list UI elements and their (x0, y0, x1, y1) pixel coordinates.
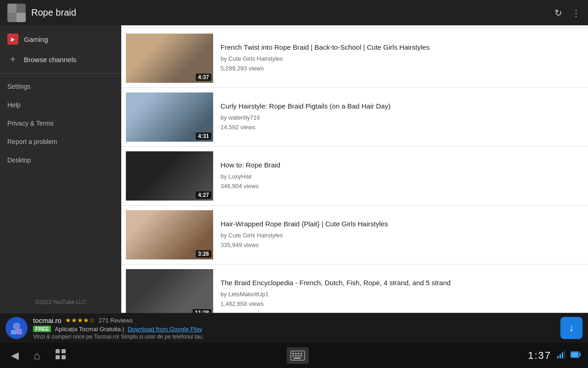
ad-download-link[interactable]: Download from Google Play (128, 326, 202, 333)
main-layout: ▶ Gaming + Browse channels Settings Help… (0, 25, 588, 313)
svg-rect-16 (294, 357, 301, 359)
ad-tagline: Vinzi & cumperi orice pe Tocmai.ro! Simp… (33, 334, 555, 340)
video-meta-4: by LetsMakeItUp11,482,658 views (220, 290, 581, 309)
sidebar-copyright: ©2013 YouTube LLC (0, 292, 121, 313)
svg-rect-17 (557, 356, 559, 358)
bottom-nav-left: ◀ ⌂ (0, 349, 206, 362)
video-item-0: 4:37 French Twist into Rope Braid | Back… (121, 29, 588, 88)
svg-rect-5 (56, 355, 60, 359)
sidebar: ▶ Gaming + Browse channels Settings Help… (0, 25, 121, 313)
video-meta-3: by Cute Girls Hairstyles335,949 views (220, 231, 581, 250)
video-duration-2: 4:27 (196, 191, 211, 199)
video-meta-2: by LuxyHair346,904 views (220, 172, 581, 191)
download-icon: ↓ (569, 322, 574, 334)
svg-rect-11 (300, 353, 302, 354)
svg-rect-14 (298, 355, 300, 356)
video-thumbnail-1[interactable]: 4:31 (126, 92, 213, 142)
svg-rect-20 (564, 351, 565, 358)
svg-rect-6 (62, 355, 66, 359)
video-duration-1: 4:31 (196, 132, 211, 140)
svg-rect-4 (62, 349, 66, 353)
gaming-label: Gaming (24, 35, 48, 43)
sidebar-item-report[interactable]: Report a problem (0, 132, 121, 151)
ad-content: tocmai.ro ★★★★☆ 271 Reviews FREE Aplicaț… (33, 316, 555, 340)
ad-brand: tocmai.ro (33, 316, 62, 324)
apps-button[interactable] (55, 349, 66, 362)
bottom-nav-center (206, 347, 390, 364)
svg-point-0 (13, 322, 20, 330)
sidebar-item-gaming[interactable]: ▶ Gaming (0, 29, 121, 49)
svg-rect-1 (11, 330, 17, 334)
avatar (7, 4, 26, 22)
svg-rect-9 (295, 353, 297, 354)
signal-icon (557, 351, 565, 361)
svg-rect-12 (292, 355, 294, 356)
more-options-icon[interactable]: ⋮ (571, 7, 581, 18)
svg-rect-10 (298, 353, 300, 354)
svg-rect-8 (292, 353, 294, 354)
gaming-channel-icon: ▶ (7, 34, 18, 45)
svg-rect-22 (580, 353, 581, 356)
ad-banner: tocmai.ro ★★★★☆ 271 Reviews FREE Aplicaț… (0, 313, 588, 343)
sidebar-item-privacy[interactable]: Privacy & Terms (0, 114, 121, 132)
video-item-2: 4:27 How to: Rope Braid by LuxyHair346,9… (121, 147, 588, 206)
video-info-0: French Twist into Rope Braid | Back-to-S… (220, 43, 581, 73)
svg-rect-3 (56, 349, 60, 353)
video-info-3: Hair-Wrapped Rope Braid {Plait} | Cute G… (220, 219, 581, 250)
bottom-nav-right: 1:37 (390, 350, 588, 362)
browse-channels-label: Browse channels (24, 56, 76, 63)
ad-download-button[interactable]: ↓ (560, 317, 582, 339)
svg-rect-15 (300, 355, 302, 356)
svg-rect-23 (571, 352, 579, 357)
video-duration-0: 4:37 (196, 74, 211, 81)
video-meta-0: by Cute Girls Hairstyles5,289,293 views (220, 54, 581, 74)
video-item-1: 4:31 Curly Hairstyle: Rope Braid Pigtail… (121, 88, 588, 147)
video-thumbnail-2[interactable]: 4:27 (126, 151, 213, 201)
sidebar-item-settings[interactable]: Settings (0, 77, 121, 96)
video-meta-1: by waterlily71614,592 views (220, 113, 581, 132)
video-title-0[interactable]: French Twist into Rope Braid | Back-to-S… (220, 43, 581, 52)
video-info-1: Curly Hairstyle: Rope Braid Pigtails (on… (220, 102, 581, 132)
time-display: 1:37 (528, 350, 551, 362)
sidebar-divider-1 (0, 73, 121, 74)
video-thumbnail-4[interactable]: 11:28 (126, 269, 213, 313)
page-title: Rope braid (31, 7, 554, 18)
video-title-1[interactable]: Curly Hairstyle: Rope Braid Pigtails (on… (220, 102, 581, 111)
svg-rect-2 (17, 329, 22, 334)
sidebar-item-desktop[interactable]: Desktop (0, 151, 121, 169)
bottom-navigation: ◀ ⌂ 1: (0, 343, 588, 368)
ad-stars: ★★★★☆ (65, 316, 95, 324)
video-list-container[interactable]: 4:37 French Twist into Rope Braid | Back… (121, 25, 588, 313)
video-duration-3: 3:26 (196, 250, 211, 258)
svg-rect-13 (295, 355, 297, 356)
sidebar-item-help[interactable]: Help (0, 96, 121, 114)
top-bar-actions: ↻ ⋮ (554, 7, 581, 18)
ad-description: Aplicația Tocmai Gratuita | (55, 326, 124, 333)
video-title-3[interactable]: Hair-Wrapped Rope Braid {Plait} | Cute G… (220, 219, 581, 229)
back-button[interactable]: ◀ (11, 350, 19, 362)
video-item-3: 3:26 Hair-Wrapped Rope Braid {Plait} | C… (121, 206, 588, 264)
battery-icon (571, 351, 581, 360)
home-button[interactable]: ⌂ (34, 349, 40, 362)
video-info-2: How to: Rope Braid by LuxyHair346,904 vi… (220, 161, 581, 191)
video-thumbnail-3[interactable]: 3:26 (126, 210, 213, 259)
ad-reviews: 271 Reviews (99, 317, 133, 324)
refresh-icon[interactable]: ↻ (554, 7, 562, 18)
ad-logo (6, 317, 28, 339)
svg-rect-18 (560, 354, 561, 358)
sidebar-item-browse-channels[interactable]: + Browse channels (0, 49, 121, 69)
video-title-4[interactable]: The Braid Encyclopedia - French, Dutch, … (220, 278, 581, 288)
keyboard-button[interactable] (287, 347, 309, 364)
video-list: 4:37 French Twist into Rope Braid | Back… (121, 25, 588, 313)
video-info-4: The Braid Encyclopedia - French, Dutch, … (220, 278, 581, 309)
video-thumbnail-0[interactable]: 4:37 (126, 34, 213, 83)
top-bar: Rope braid ↻ ⋮ (0, 0, 588, 25)
add-icon: + (7, 54, 18, 65)
video-duration-4: 11:28 (192, 309, 211, 313)
svg-rect-19 (562, 352, 563, 358)
ad-free-badge: FREE (33, 326, 51, 332)
video-title-2[interactable]: How to: Rope Braid (220, 161, 581, 170)
video-item-4: 11:28 The Braid Encyclopedia - French, D… (121, 264, 588, 313)
